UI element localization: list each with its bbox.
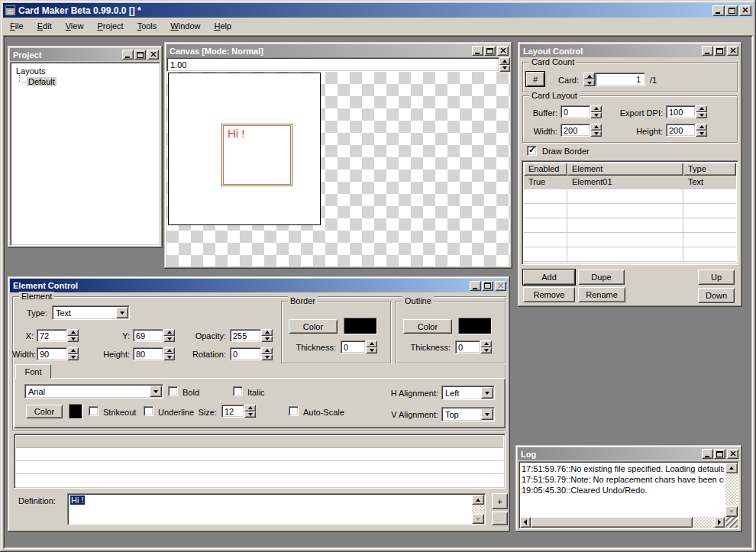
definition-grid[interactable] [14,434,506,489]
close-button[interactable] [739,5,751,16]
project-maximize-button[interactable] [134,50,146,60]
layout-minimize-button[interactable] [702,46,713,56]
project-close-button[interactable] [147,50,159,60]
size-up-button[interactable] [244,405,256,412]
definition-more-button[interactable]: ... [492,512,508,525]
hash-button[interactable]: # [526,72,544,86]
outline-thickness-value[interactable]: 0 [455,341,480,353]
table-row[interactable]: True Element01 Text [524,176,736,189]
canvas-maximize-button[interactable] [484,46,496,56]
font-family-select[interactable]: Arial [24,384,163,399]
buffer-up-button[interactable] [590,105,602,112]
log-maximize-button[interactable] [714,449,725,459]
size-down-button[interactable] [244,412,256,418]
definition-scrollbar[interactable] [472,495,484,524]
card-preview[interactable]: Hi ! [168,73,321,225]
log-minimize-button[interactable] [702,449,713,459]
zoom-up-button[interactable] [499,57,510,65]
x-up-button[interactable] [67,329,79,336]
rotation-up-button[interactable] [261,347,273,354]
dropdown-button[interactable] [116,307,128,318]
border-thickness-value[interactable]: 0 [341,341,366,353]
card-element[interactable]: Hi ! [221,124,292,186]
scroll-right-button[interactable] [714,517,725,528]
opacity-up-button[interactable] [261,329,273,336]
log-title-bar[interactable]: Log [518,447,740,460]
layout-control-title-bar[interactable]: Layout Control [520,44,740,57]
log-vertical-scrollbar[interactable] [725,463,738,517]
height-value[interactable]: 200 [666,124,696,137]
menu-file[interactable]: File [3,19,31,34]
buffer-value[interactable]: 0 [561,105,590,118]
outline-thickness-down-button[interactable] [480,347,492,354]
element-control-title-bar[interactable]: Element Control [10,279,508,292]
canvas-title-bar[interactable]: Canvas [Mode: Normal] [166,44,510,57]
scrollbar-track[interactable] [472,505,484,514]
canvas-minimize-button[interactable] [472,46,483,56]
outline-color-button[interactable]: Color [403,319,452,334]
y-up-button[interactable] [163,329,175,336]
menu-project[interactable]: Project [90,19,130,34]
layout-maximize-button[interactable] [714,46,725,56]
width-down-button[interactable] [590,131,602,137]
el-width-up-button[interactable] [67,347,79,354]
dropdown-button[interactable] [481,408,493,420]
element-maximize-button[interactable] [482,281,493,291]
dropdown-button[interactable] [481,387,493,399]
zoom-input[interactable]: 1.00 [166,57,499,72]
type-select[interactable]: Text [52,305,130,320]
project-title-bar[interactable]: Project [10,48,160,61]
el-width-down-button[interactable] [67,354,79,361]
el-height-down-button[interactable] [163,354,175,361]
minimize-button[interactable] [712,5,725,16]
card-down-button[interactable] [583,79,595,86]
zoom-down-button[interactable] [499,65,510,73]
width-value[interactable]: 200 [561,124,590,137]
scroll-up-button[interactable] [472,495,484,505]
card-up-button[interactable] [583,73,595,79]
scroll-left-button[interactable] [520,517,531,528]
canvas-close-button[interactable] [497,46,509,56]
underline-checkbox[interactable] [144,406,153,416]
menu-help[interactable]: Help [207,19,238,34]
export-dpi-up-button[interactable] [696,105,707,112]
outline-thickness-up-button[interactable] [480,341,492,347]
tree-item-default[interactable]: Default [27,77,57,86]
menu-tools[interactable]: Tools [131,19,164,34]
definition-textarea[interactable]: Hi ! [67,493,486,525]
strikeout-checkbox[interactable] [89,406,99,416]
el-height-up-button[interactable] [163,347,175,354]
x-value[interactable]: 72 [37,329,67,342]
rotation-value[interactable]: 0 [230,347,261,360]
buffer-down-button[interactable] [590,112,602,119]
remove-button[interactable]: Remove [523,287,575,302]
font-color-button[interactable]: Color [26,405,63,418]
down-button[interactable]: Down [698,288,735,303]
border-thickness-up-button[interactable] [366,341,377,347]
auto-scale-checkbox[interactable] [289,406,299,416]
layout-close-button[interactable] [727,46,738,56]
width-up-button[interactable] [590,124,602,131]
log-list[interactable]: 17:51:59.76::No existing file specified.… [519,461,739,529]
resize-grip[interactable] [725,517,738,528]
size-value[interactable]: 12 [221,405,244,418]
height-down-button[interactable] [696,131,707,137]
add-button[interactable]: Add [523,270,575,285]
project-minimize-button[interactable] [122,50,134,60]
export-dpi-down-button[interactable] [696,112,707,119]
x-down-button[interactable] [67,336,79,343]
opacity-value[interactable]: 255 [230,329,261,342]
v-alignment-select[interactable]: Top [441,407,495,421]
up-button[interactable]: Up [698,270,735,285]
italic-checkbox[interactable] [233,386,243,396]
rotation-down-button[interactable] [261,354,273,361]
column-header-element[interactable]: Element [567,163,683,176]
h-alignment-select[interactable]: Left [441,386,495,400]
border-thickness-down-button[interactable] [366,347,377,354]
card-value[interactable]: 1 [595,73,645,86]
scroll-down-button[interactable] [725,506,738,517]
scroll-down-button[interactable] [472,514,484,524]
rename-button[interactable]: Rename [578,287,625,302]
draw-border-checkbox[interactable] [527,146,537,156]
el-width-value[interactable]: 90 [37,347,67,360]
